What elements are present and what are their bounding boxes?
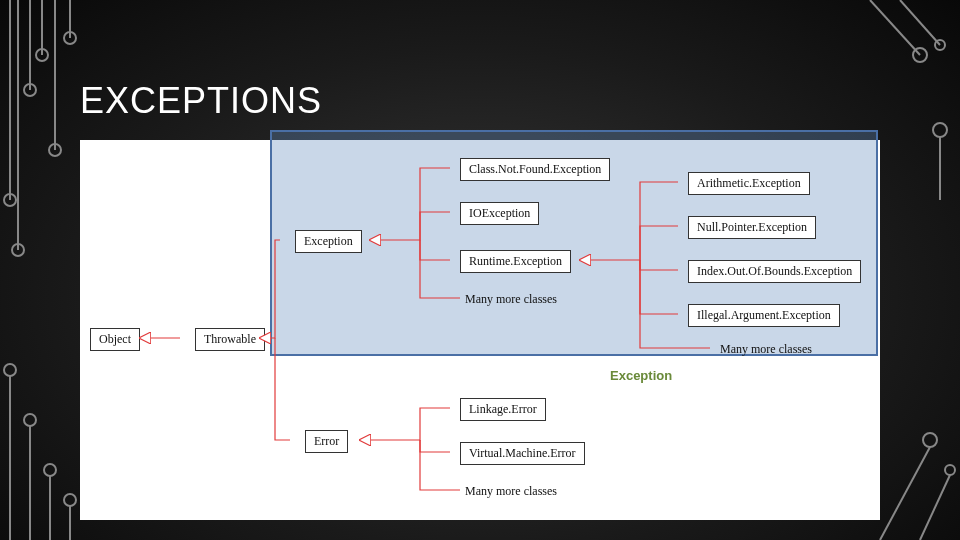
- slide-title: EXCEPTIONS: [80, 80, 322, 122]
- diagram-area: Object Throwable Exception Error Class.N…: [80, 140, 880, 520]
- diagram-connectors: [80, 140, 880, 520]
